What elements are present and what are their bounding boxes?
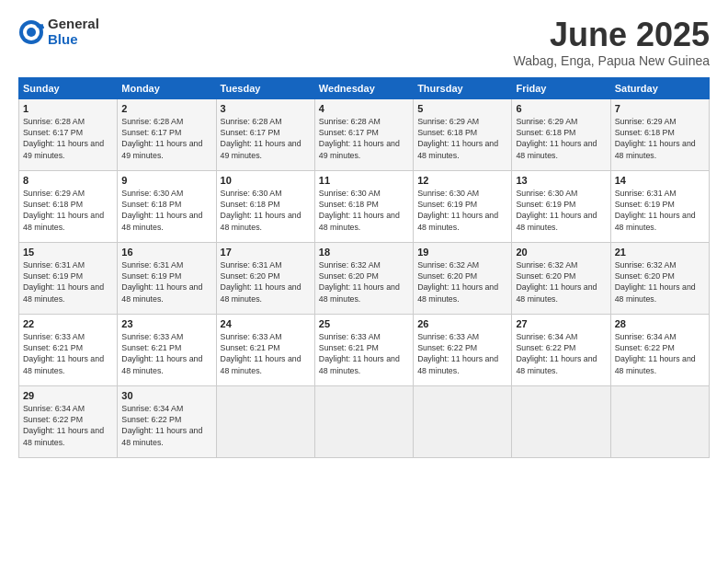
calendar-body: 1 Sunrise: 6:28 AMSunset: 6:17 PMDayligh…: [19, 98, 710, 457]
cell-week1-day6: 7 Sunrise: 6:29 AMSunset: 6:18 PMDayligh…: [610, 98, 709, 170]
day-number: 3: [221, 103, 311, 114]
cell-week3-day6: 21 Sunrise: 6:32 AMSunset: 6:20 PMDaylig…: [610, 242, 709, 314]
col-thursday: Thursday: [414, 77, 512, 98]
day-number: 28: [615, 318, 705, 329]
col-sunday: Sunday: [19, 77, 118, 98]
day-number: 18: [319, 247, 409, 258]
day-info: Sunrise: 6:28 AMSunset: 6:17 PMDaylight:…: [121, 117, 202, 160]
day-info: Sunrise: 6:30 AMSunset: 6:19 PMDaylight:…: [516, 189, 597, 232]
col-wednesday: Wednesday: [314, 77, 413, 98]
day-info: Sunrise: 6:33 AMSunset: 6:21 PMDaylight:…: [221, 332, 301, 375]
day-info: Sunrise: 6:33 AMSunset: 6:21 PMDaylight:…: [319, 332, 400, 375]
day-info: Sunrise: 6:28 AMSunset: 6:17 PMDaylight:…: [221, 117, 301, 160]
location: Wabag, Enga, Papua New Guinea: [513, 53, 710, 68]
week-row-2: 8 Sunrise: 6:29 AMSunset: 6:18 PMDayligh…: [19, 170, 710, 242]
day-info: Sunrise: 6:34 AMSunset: 6:22 PMDaylight:…: [121, 404, 202, 447]
cell-week3-day0: 15 Sunrise: 6:31 AMSunset: 6:19 PMDaylig…: [19, 242, 118, 314]
day-info: Sunrise: 6:33 AMSunset: 6:21 PMDaylight:…: [23, 332, 104, 375]
day-number: 11: [319, 175, 409, 186]
cell-week3-day4: 19 Sunrise: 6:32 AMSunset: 6:20 PMDaylig…: [414, 242, 512, 314]
logo-text: General Blue: [48, 17, 99, 47]
cell-week5-day0: 29 Sunrise: 6:34 AMSunset: 6:22 PMDaylig…: [19, 385, 118, 457]
cell-week1-day0: 1 Sunrise: 6:28 AMSunset: 6:17 PMDayligh…: [19, 98, 118, 170]
page: General Blue June 2025 Wabag, Enga, Papu…: [0, 0, 728, 563]
cell-week1-day4: 5 Sunrise: 6:29 AMSunset: 6:18 PMDayligh…: [414, 98, 512, 170]
logo-general-text: General: [48, 17, 99, 32]
cell-week2-day5: 13 Sunrise: 6:30 AMSunset: 6:19 PMDaylig…: [512, 170, 610, 242]
day-number: 9: [121, 175, 211, 186]
day-info: Sunrise: 6:33 AMSunset: 6:22 PMDaylight:…: [417, 332, 498, 375]
cell-week4-day2: 24 Sunrise: 6:33 AMSunset: 6:21 PMDaylig…: [216, 314, 314, 385]
day-number: 6: [516, 103, 606, 114]
day-info: Sunrise: 6:32 AMSunset: 6:20 PMDaylight:…: [615, 260, 696, 304]
week-row-1: 1 Sunrise: 6:28 AMSunset: 6:17 PMDayligh…: [19, 98, 710, 170]
cell-week2-day0: 8 Sunrise: 6:29 AMSunset: 6:18 PMDayligh…: [19, 170, 118, 242]
cell-week4-day1: 23 Sunrise: 6:33 AMSunset: 6:21 PMDaylig…: [118, 314, 216, 385]
cell-week4-day6: 28 Sunrise: 6:34 AMSunset: 6:22 PMDaylig…: [610, 314, 709, 385]
col-tuesday: Tuesday: [216, 77, 314, 98]
header-row: Sunday Monday Tuesday Wednesday Thursday…: [19, 77, 710, 98]
cell-week4-day0: 22 Sunrise: 6:33 AMSunset: 6:21 PMDaylig…: [19, 314, 118, 385]
day-number: 4: [319, 103, 409, 114]
day-number: 25: [319, 318, 409, 329]
cell-week5-day2: [216, 385, 314, 457]
day-number: 2: [121, 103, 211, 114]
title-block: June 2025 Wabag, Enga, Papua New Guinea: [513, 17, 710, 68]
day-number: 5: [417, 103, 507, 114]
day-info: Sunrise: 6:32 AMSunset: 6:20 PMDaylight:…: [319, 260, 400, 304]
day-info: Sunrise: 6:29 AMSunset: 6:18 PMDaylight:…: [516, 117, 597, 160]
cell-week1-day5: 6 Sunrise: 6:29 AMSunset: 6:18 PMDayligh…: [512, 98, 610, 170]
day-number: 21: [615, 247, 705, 258]
day-info: Sunrise: 6:29 AMSunset: 6:18 PMDaylight:…: [417, 117, 498, 160]
header: General Blue June 2025 Wabag, Enga, Papu…: [18, 17, 710, 68]
cell-week1-day1: 2 Sunrise: 6:28 AMSunset: 6:17 PMDayligh…: [118, 98, 216, 170]
day-info: Sunrise: 6:32 AMSunset: 6:20 PMDaylight:…: [417, 260, 498, 304]
day-number: 17: [221, 247, 311, 258]
cell-week5-day6: [610, 385, 709, 457]
day-info: Sunrise: 6:31 AMSunset: 6:19 PMDaylight:…: [121, 260, 202, 304]
day-info: Sunrise: 6:34 AMSunset: 6:22 PMDaylight:…: [23, 404, 104, 447]
cell-week4-day3: 25 Sunrise: 6:33 AMSunset: 6:21 PMDaylig…: [314, 314, 413, 385]
day-number: 8: [23, 175, 113, 186]
logo-icon: [18, 19, 44, 45]
col-monday: Monday: [118, 77, 216, 98]
day-info: Sunrise: 6:30 AMSunset: 6:18 PMDaylight:…: [319, 189, 400, 232]
day-info: Sunrise: 6:33 AMSunset: 6:21 PMDaylight:…: [121, 332, 202, 375]
day-info: Sunrise: 6:30 AMSunset: 6:19 PMDaylight:…: [417, 189, 498, 232]
day-info: Sunrise: 6:31 AMSunset: 6:19 PMDaylight:…: [615, 189, 696, 232]
cell-week1-day2: 3 Sunrise: 6:28 AMSunset: 6:17 PMDayligh…: [216, 98, 314, 170]
day-info: Sunrise: 6:31 AMSunset: 6:19 PMDaylight:…: [23, 260, 104, 304]
cell-week4-day4: 26 Sunrise: 6:33 AMSunset: 6:22 PMDaylig…: [414, 314, 512, 385]
cell-week4-day5: 27 Sunrise: 6:34 AMSunset: 6:22 PMDaylig…: [512, 314, 610, 385]
svg-point-2: [27, 28, 36, 37]
day-number: 15: [23, 247, 113, 258]
cell-week1-day3: 4 Sunrise: 6:28 AMSunset: 6:17 PMDayligh…: [314, 98, 413, 170]
day-info: Sunrise: 6:34 AMSunset: 6:22 PMDaylight:…: [516, 332, 597, 375]
day-number: 1: [23, 103, 113, 114]
cell-week2-day4: 12 Sunrise: 6:30 AMSunset: 6:19 PMDaylig…: [414, 170, 512, 242]
day-info: Sunrise: 6:30 AMSunset: 6:18 PMDaylight:…: [221, 189, 301, 232]
day-number: 29: [23, 390, 113, 401]
day-info: Sunrise: 6:31 AMSunset: 6:20 PMDaylight:…: [221, 260, 301, 304]
day-number: 16: [121, 247, 211, 258]
cell-week3-day5: 20 Sunrise: 6:32 AMSunset: 6:20 PMDaylig…: [512, 242, 610, 314]
day-number: 30: [121, 390, 211, 401]
week-row-4: 22 Sunrise: 6:33 AMSunset: 6:21 PMDaylig…: [19, 314, 710, 385]
day-number: 26: [417, 318, 507, 329]
day-number: 19: [417, 247, 507, 258]
cell-week5-day5: [512, 385, 610, 457]
col-friday: Friday: [512, 77, 610, 98]
day-number: 20: [516, 247, 606, 258]
day-info: Sunrise: 6:28 AMSunset: 6:17 PMDaylight:…: [319, 117, 400, 160]
day-info: Sunrise: 6:30 AMSunset: 6:18 PMDaylight:…: [121, 189, 202, 232]
week-row-3: 15 Sunrise: 6:31 AMSunset: 6:19 PMDaylig…: [19, 242, 710, 314]
cell-week2-day3: 11 Sunrise: 6:30 AMSunset: 6:18 PMDaylig…: [314, 170, 413, 242]
day-number: 27: [516, 318, 606, 329]
logo-blue-text: Blue: [48, 32, 99, 48]
month-title: June 2025: [513, 17, 710, 53]
day-number: 7: [615, 103, 705, 114]
cell-week5-day4: [414, 385, 512, 457]
day-number: 13: [516, 175, 606, 186]
day-info: Sunrise: 6:28 AMSunset: 6:17 PMDaylight:…: [23, 117, 104, 160]
day-number: 12: [417, 175, 507, 186]
